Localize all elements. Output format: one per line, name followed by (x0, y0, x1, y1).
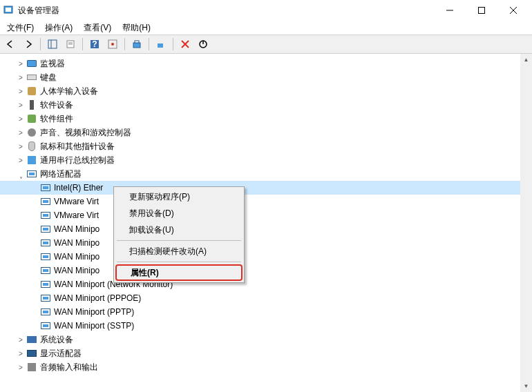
scroll-up-arrow[interactable]: ▲ (520, 54, 532, 66)
tree-device[interactable]: VMware Virt (0, 195, 532, 208)
toolbar: ? (0, 35, 532, 54)
show-hide-tree-button[interactable] (45, 37, 60, 52)
tree-device-label: WAN Miniport (PPPOE) (54, 293, 141, 303)
tree-category-label: 音频输入和输出 (40, 362, 98, 373)
context-menu-item[interactable]: 扫描检测硬件改动(A) (115, 243, 243, 259)
tree-category[interactable]: >鼠标和其他指针设备 (0, 139, 532, 153)
tree-device[interactable]: WAN Miniport (SSTP) (0, 319, 532, 333)
tree-device[interactable]: WAN Minipo (0, 222, 532, 236)
back-button[interactable] (3, 37, 18, 52)
tree-category[interactable]: >软件组件 (0, 112, 532, 126)
tree-device[interactable]: WAN Miniport (PPTP) (0, 305, 532, 319)
context-menu-item-label: 禁用设备(D) (129, 208, 174, 219)
tree-category[interactable]: ˬ网络适配器 (0, 167, 532, 181)
tree-device-label: WAN Minipo (54, 266, 99, 275)
tree-category[interactable]: >键盘 (0, 70, 532, 84)
svg-rect-15 (133, 43, 140, 48)
minimize-button[interactable] (434, 0, 466, 21)
tree-device-label: VMware Virt (54, 210, 99, 220)
tree-category-label: 鼠标和其他指针设备 (40, 141, 115, 153)
disable-button[interactable] (196, 37, 211, 52)
expand-icon[interactable]: > (15, 127, 26, 138)
net-icon (40, 224, 51, 235)
tree-category-label: 声音、视频和游戏控制器 (40, 127, 131, 139)
tree-device[interactable]: WAN Miniport (Network Monitor) (0, 277, 532, 291)
context-menu-item[interactable]: 更新驱动程序(P) (115, 188, 243, 205)
tree-category-label: 软件组件 (40, 113, 73, 125)
tree-category[interactable]: >声音、视频和游戏控制器 (0, 126, 532, 139)
tree-device-label: Intel(R) Ether (54, 183, 103, 193)
net-icon (40, 265, 51, 276)
tree-device[interactable]: WAN Minipo (0, 236, 532, 250)
tree-device-label: WAN Miniport (PPTP) (54, 307, 134, 317)
svg-rect-3 (479, 8, 485, 14)
vertical-scrollbar[interactable]: ▲ ▼ (520, 54, 532, 392)
menu-help[interactable]: 帮助(H) (117, 21, 156, 35)
net-icon (40, 182, 51, 193)
tree-device[interactable]: WAN Miniport (PPPOE) (0, 291, 532, 305)
sys-icon (26, 334, 37, 345)
tree-category[interactable]: >显示适配器 (0, 346, 532, 360)
expand-icon[interactable]: > (15, 58, 26, 69)
tree-category[interactable]: >音频输入和输出 (0, 360, 532, 374)
tree-device[interactable]: WAN Minipo (0, 250, 532, 264)
tree-category[interactable]: >人体学输入设备 (0, 84, 532, 98)
net-icon (40, 210, 51, 221)
svg-text:?: ? (92, 39, 97, 49)
uninstall-button[interactable] (178, 37, 193, 52)
context-menu-separator (117, 240, 241, 241)
puzzle-icon (26, 113, 37, 124)
toolbar-separator (40, 38, 41, 50)
tree-device[interactable]: Intel(R) Ether (0, 181, 532, 195)
expand-icon[interactable]: > (15, 72, 26, 83)
tree-category-label: 软件设备 (40, 99, 73, 111)
tree-category[interactable]: >软件设备 (0, 98, 532, 112)
toolbar-separator (173, 38, 173, 50)
properties-button[interactable] (63, 37, 78, 52)
scan-hardware-button[interactable] (153, 37, 169, 52)
tree-device[interactable]: VMware Virt (0, 208, 532, 222)
close-button[interactable] (497, 0, 529, 21)
net-icon (40, 251, 51, 262)
expand-icon[interactable]: > (15, 86, 26, 97)
forward-button[interactable] (21, 37, 36, 52)
context-menu-item[interactable]: 属性(R) (115, 264, 243, 281)
action-button[interactable] (105, 37, 120, 52)
menu-view[interactable]: 查看(V) (78, 21, 117, 35)
context-menu-item-label: 更新驱动程序(P) (129, 191, 190, 203)
context-menu-item-label: 卸载设备(U) (129, 224, 174, 236)
expand-icon[interactable]: > (15, 155, 26, 166)
scroll-down-arrow[interactable]: ▼ (520, 380, 532, 392)
update-driver-button[interactable] (129, 37, 144, 52)
collapse-icon[interactable]: ˬ (15, 168, 26, 179)
expand-icon[interactable]: > (15, 334, 26, 345)
soft-icon (26, 99, 37, 110)
tree-category-label: 网络适配器 (40, 168, 82, 180)
tree-category[interactable]: >监视器 (0, 57, 532, 70)
hid-icon (26, 86, 37, 97)
tree-category[interactable]: >系统设备 (0, 333, 532, 346)
net-icon (40, 279, 51, 290)
expand-icon[interactable]: > (15, 99, 26, 110)
tree-device-label: WAN Minipo (54, 224, 99, 234)
context-menu-item[interactable]: 卸载设备(U) (115, 222, 243, 238)
expand-icon[interactable]: > (15, 348, 26, 359)
context-menu-item[interactable]: 禁用设备(D) (115, 205, 243, 222)
expand-icon[interactable]: > (15, 113, 26, 124)
expand-icon[interactable]: > (15, 141, 26, 152)
tree-category-label: 系统设备 (40, 334, 73, 346)
menu-file[interactable]: 文件(F) (1, 21, 39, 35)
tree-device-label: WAN Minipo (54, 252, 99, 262)
toolbar-separator (149, 38, 149, 50)
context-menu-separator (117, 262, 241, 262)
menu-action[interactable]: 操作(A) (39, 21, 78, 35)
device-tree[interactable]: >监视器>键盘>人体学输入设备>软件设备>软件组件>声音、视频和游戏控制器>鼠标… (0, 54, 532, 392)
maximize-button[interactable] (466, 0, 497, 21)
tree-device-label: WAN Miniport (SSTP) (54, 321, 134, 331)
tree-category[interactable]: >通用串行总线控制器 (0, 153, 532, 167)
help-button[interactable]: ? (87, 37, 102, 52)
tree-device-label: VMware Virt (54, 197, 99, 206)
tree-device[interactable]: WAN Minipo (0, 264, 532, 277)
expand-icon[interactable]: > (15, 362, 26, 373)
sound-icon (26, 127, 37, 138)
